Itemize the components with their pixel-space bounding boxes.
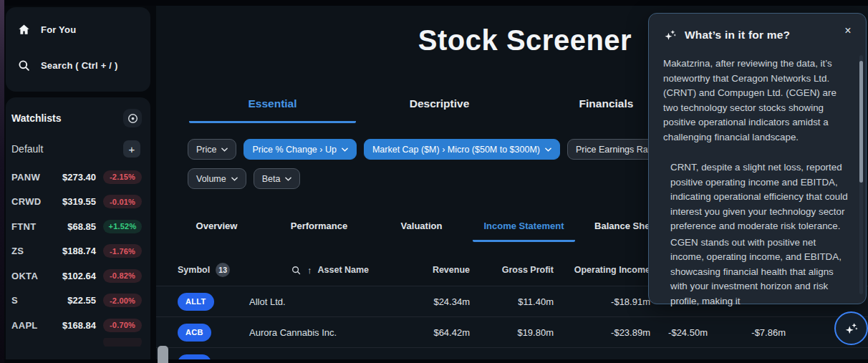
sidebar-item-label: For You bbox=[41, 24, 76, 35]
change-badge: -0.82% bbox=[103, 269, 142, 283]
ticker-price: $273.40 bbox=[62, 172, 96, 183]
ticker-price: $22.55 bbox=[67, 295, 96, 306]
target-icon bbox=[127, 113, 138, 124]
tab-valuation[interactable]: Valuation bbox=[370, 221, 473, 242]
change-badge: -2.00% bbox=[103, 294, 142, 307]
panel-title: What’s in it for me? bbox=[685, 29, 790, 42]
ticker-symbol: OKTA bbox=[11, 271, 62, 281]
symbol-pill[interactable]: ALLT bbox=[178, 293, 214, 311]
assistant-fab[interactable] bbox=[834, 311, 868, 345]
tab-overview[interactable]: Overview bbox=[165, 221, 268, 242]
panel-paragraph: CRNT, despite a slight net loss, reporte… bbox=[670, 160, 852, 234]
filter-chip-market-cap[interactable]: Market Cap ($M) › Micro ($50M to $300M) bbox=[364, 139, 560, 160]
close-icon[interactable]: × bbox=[840, 23, 856, 39]
filter-chip-price[interactable]: Price bbox=[188, 139, 236, 160]
watchlist-row[interactable]: S $22.55 -2.00% bbox=[11, 289, 142, 314]
asset-name-cell: Allot Ltd. bbox=[249, 296, 384, 307]
sidebar: For You Search ( Ctrl + / ) Watchlists D… bbox=[4, 0, 156, 363]
revenue-cell: $64.42m bbox=[384, 327, 470, 338]
sparkles-icon bbox=[663, 28, 677, 42]
chevron-down-icon bbox=[545, 147, 551, 152]
watchlist-row[interactable]: OKTA $102.64 -0.82% bbox=[11, 263, 142, 289]
sidebar-item-label: Search ( Ctrl + / ) bbox=[41, 60, 117, 71]
change-badge: -0.70% bbox=[103, 319, 142, 332]
window-top-edge bbox=[0, 0, 868, 6]
operating-income-cell: -$18.91m bbox=[554, 296, 650, 307]
gross-profit-cell: $19.80m bbox=[470, 327, 554, 338]
background-window-sliver bbox=[0, 0, 4, 363]
operating-income-cell: -$23.89m bbox=[554, 327, 650, 338]
tab-income-statement[interactable]: Income Statement bbox=[473, 221, 575, 242]
gross-profit-cell: $11.40m bbox=[470, 296, 554, 307]
ticker-price: $319.55 bbox=[62, 196, 96, 207]
ticker-symbol: ZS bbox=[11, 246, 62, 256]
search-icon[interactable] bbox=[291, 265, 302, 276]
view-tabs: Overview Performance Valuation Income St… bbox=[165, 221, 677, 242]
filter-chip-beta[interactable]: Beta bbox=[254, 168, 301, 189]
asset-name-cell: Aurora Cannabis Inc. bbox=[249, 327, 384, 338]
filter-chip-price-change[interactable]: Price % Change › Up bbox=[243, 139, 356, 160]
table-row[interactable]: ACB Aurora Cannabis Inc. $64.42m $19.80m… bbox=[156, 316, 868, 347]
column-header-symbol[interactable]: Symbol bbox=[178, 265, 210, 275]
scrollbar-thumb[interactable] bbox=[158, 346, 168, 363]
add-ticker-button[interactable]: + bbox=[123, 140, 140, 158]
ticker-price: $68.85 bbox=[67, 221, 96, 232]
watchlist-row-partial bbox=[11, 338, 142, 347]
category-tabs: Essential Descriptive Financials bbox=[189, 97, 690, 123]
watchlist-row[interactable]: ZS $188.74 -1.76% bbox=[11, 239, 142, 264]
panel-body: Makatzrina, after reviewing the data, it… bbox=[649, 47, 866, 309]
nav-card: For You Search ( Ctrl + / ) bbox=[6, 7, 150, 92]
chevron-down-icon bbox=[231, 177, 238, 181]
panel-paragraph: Makatzrina, after reviewing the data, it… bbox=[663, 57, 852, 145]
filter-chip-volume[interactable]: Volume bbox=[188, 168, 246, 189]
column-header-operating-income[interactable]: Operating Income bbox=[554, 265, 650, 275]
column-header-asset-name[interactable]: Asset Name bbox=[318, 265, 370, 275]
ticker-symbol: CRWD bbox=[11, 196, 62, 207]
tab-essential[interactable]: Essential bbox=[189, 97, 356, 123]
sidebar-item-search[interactable]: Search ( Ctrl + / ) bbox=[6, 47, 150, 83]
home-icon bbox=[17, 23, 31, 37]
ticker-price: $102.64 bbox=[62, 271, 96, 281]
column-header-revenue[interactable]: Revenue bbox=[384, 265, 470, 275]
panel-scrollbar-thumb[interactable] bbox=[859, 61, 863, 183]
watchlist-target-button[interactable] bbox=[123, 109, 142, 127]
watchlist: PANW $273.40 -2.15% CRWD $319.55 -0.01% … bbox=[6, 163, 150, 347]
window-bottom-edge bbox=[0, 359, 868, 363]
ticker-symbol: AAPL bbox=[11, 320, 62, 331]
ticker-symbol: S bbox=[11, 295, 67, 306]
sidebar-item-for-you[interactable]: For You bbox=[6, 11, 150, 47]
chevron-down-icon bbox=[221, 147, 228, 152]
sparkles-icon bbox=[844, 321, 859, 337]
tab-descriptive[interactable]: Descriptive bbox=[356, 97, 523, 123]
watchlist-name[interactable]: Default bbox=[11, 143, 43, 155]
watchlists-card: Watchlists Default + PANW $273.40 -2.15%… bbox=[6, 97, 150, 363]
column-header-gross-profit[interactable]: Gross Profit bbox=[470, 265, 554, 275]
filter-chip-row-2: Volume Beta bbox=[188, 168, 300, 189]
watchlist-row[interactable]: PANW $273.40 -2.15% bbox=[11, 165, 142, 190]
watchlist-row[interactable]: CRWD $319.55 -0.01% bbox=[11, 190, 142, 215]
chevron-down-icon bbox=[285, 177, 291, 181]
ticker-symbol: PANW bbox=[11, 172, 62, 183]
assistant-panel: What’s in it for me? × Makatzrina, after… bbox=[648, 13, 867, 304]
revenue-cell: $24.34m bbox=[384, 296, 470, 307]
ticker-price: $188.74 bbox=[62, 246, 96, 256]
watchlists-title: Watchlists bbox=[11, 112, 62, 124]
panel-paragraph: CGEN stands out with positive net income… bbox=[670, 236, 852, 309]
sort-ascending-icon[interactable]: ↑ bbox=[307, 265, 312, 276]
ticker-symbol: FTNT bbox=[11, 221, 67, 232]
change-badge: +1.52% bbox=[103, 220, 142, 233]
change-badge: -2.15% bbox=[103, 170, 142, 184]
ticker-price: $168.84 bbox=[62, 320, 96, 331]
change-badge: -0.01% bbox=[103, 195, 142, 208]
watchlist-row[interactable]: FTNT $68.85 +1.52% bbox=[11, 214, 142, 239]
tab-performance[interactable]: Performance bbox=[268, 221, 370, 242]
symbol-pill[interactable]: ACB bbox=[178, 324, 211, 342]
search-icon bbox=[17, 59, 31, 72]
chevron-down-icon bbox=[342, 147, 348, 152]
watchlist-row[interactable]: AAPL $168.84 -0.70% bbox=[11, 313, 142, 338]
symbol-count-badge: 13 bbox=[216, 263, 230, 277]
change-badge: -1.76% bbox=[103, 244, 142, 258]
